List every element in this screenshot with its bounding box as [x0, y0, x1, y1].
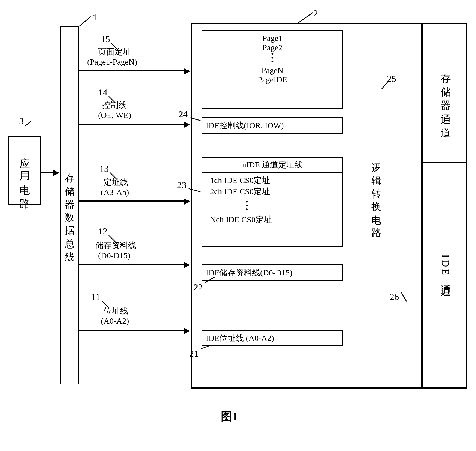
- sig-13b: (A3-An): [101, 188, 129, 197]
- page-dots: •••: [202, 52, 342, 64]
- mem-bus-box: 存 储 器 数 据 总 线: [60, 26, 79, 384]
- ide-ctrl-box: IDE控制线(IOR, IOW): [202, 117, 343, 134]
- label-24: 24: [178, 109, 188, 119]
- label-25: 25: [387, 74, 396, 84]
- logic-conv-label-wrap: 逻 辑 转 换 电 路: [368, 131, 384, 245]
- ide-chn: Nch IDE CS0定址: [210, 214, 342, 225]
- label-23: 23: [177, 180, 186, 190]
- sig-15a: 页面定址: [98, 46, 131, 58]
- ide-addr-box: IDE位址线 (A0-A2): [202, 330, 343, 346]
- label-26: 26: [390, 292, 399, 302]
- ide-ch2: 2ch IDE CS0定址: [210, 186, 342, 197]
- sig-12b: (D0-D15): [98, 251, 130, 260]
- ide-ctrl-text: IDE控制线(IOR, IOW): [206, 120, 284, 131]
- label-14: 14: [98, 87, 107, 98]
- page-list-box: Page1 Page2 ••• PageN PageIDE: [202, 30, 343, 109]
- lead-3: [25, 121, 31, 127]
- arrow-11: [79, 330, 189, 331]
- sig-14b: (OE, WE): [98, 110, 131, 120]
- lead-1: [79, 16, 91, 27]
- ide-ch-dots: •••: [245, 200, 342, 211]
- ide-ch1: 1ch IDE CS0定址: [210, 175, 342, 186]
- right-channel-divider: [422, 162, 467, 163]
- lead-2: [297, 12, 313, 24]
- sig-15b: (Page1-PageN): [87, 57, 137, 67]
- label-21: 21: [189, 348, 199, 359]
- label-13: 13: [99, 164, 109, 174]
- label-12: 12: [98, 226, 107, 237]
- sig-11b: (A0-A2): [101, 316, 129, 326]
- arrow-app-to-bus: [41, 172, 59, 173]
- app-circuit-box: 应 用 电 路: [8, 136, 41, 205]
- ide-addr-text: IDE位址线 (A0-A2): [206, 333, 274, 344]
- page-1: Page1: [202, 34, 342, 43]
- ide-chan-box: nIDE 通道定址线 1ch IDE CS0定址 2ch IDE CS0定址 •…: [202, 157, 343, 247]
- mem-channel-wrap: 存 储 器 通 道: [429, 49, 462, 136]
- sig-12a: 储存资料线: [95, 240, 136, 251]
- mem-bus-label: 存 储 器 数 据 总 线: [63, 166, 76, 245]
- mem-channel-label: 存 储 器 通 道: [439, 65, 453, 121]
- label-3: 3: [19, 116, 24, 126]
- sig-11a: 位址线: [104, 305, 128, 317]
- figure-caption: 图1: [221, 409, 238, 424]
- ide-channel-wrap: IDE通道: [429, 213, 462, 322]
- ide-chan-header: nIDE 通道定址线: [242, 159, 303, 170]
- arrow-14: [79, 124, 189, 125]
- app-circuit-label: 应 用 电 路: [18, 149, 32, 191]
- label-15: 15: [101, 34, 110, 44]
- logic-conv-label: 逻 辑 转 换 电 路: [369, 155, 383, 221]
- page-ide: PageIDE: [202, 75, 342, 84]
- ide-chan-header-wrap: nIDE 通道定址线: [202, 158, 342, 173]
- label-11: 11: [91, 292, 100, 302]
- ide-data-text: IDE储存资料线(D0-D15): [206, 267, 292, 278]
- arrow-13: [79, 200, 189, 202]
- ide-chan-body: 1ch IDE CS0定址 2ch IDE CS0定址 ••• Nch IDE …: [202, 173, 342, 225]
- label-1: 1: [93, 12, 97, 23]
- ide-channel-label: IDE通道: [439, 254, 453, 280]
- sig-14a: 控制线: [102, 100, 127, 111]
- ide-data-box: IDE储存资料线(D0-D15): [202, 264, 343, 281]
- sig-13a: 定址线: [104, 177, 128, 188]
- label-2: 2: [313, 8, 318, 19]
- diagram-root: 应 用 电 路 3 存 储 器 数 据 总 线 1 2 逻 辑 转 换 电 路 …: [8, 8, 468, 443]
- label-22: 22: [193, 282, 203, 293]
- arrow-15: [79, 70, 189, 71]
- page-n: PageN: [202, 66, 342, 75]
- arrow-12: [79, 264, 189, 265]
